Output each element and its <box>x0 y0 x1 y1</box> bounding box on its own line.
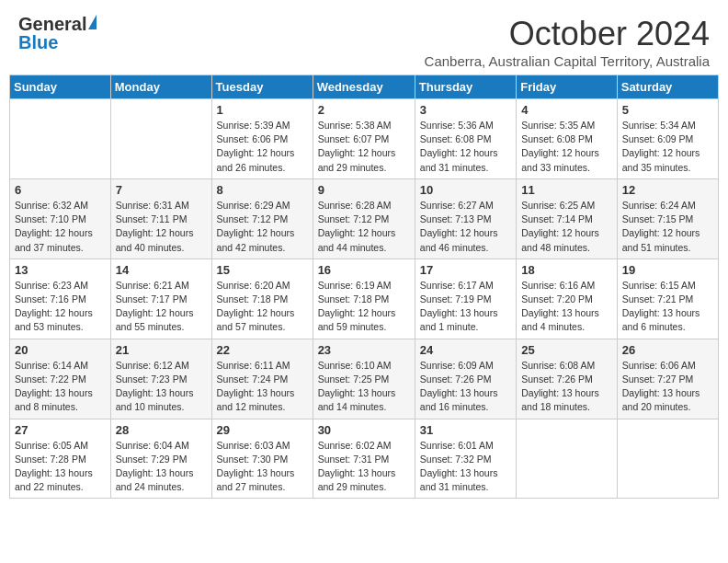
day-sun-info: Sunrise: 5:38 AM Sunset: 6:07 PM Dayligh… <box>318 119 410 175</box>
day-number: 13 <box>15 263 106 277</box>
day-of-week-saturday: Saturday <box>617 75 718 99</box>
day-number: 5 <box>622 103 713 117</box>
calendar-cell: 2Sunrise: 5:38 AM Sunset: 6:07 PM Daylig… <box>313 99 415 179</box>
calendar-week-row: 20Sunrise: 6:14 AM Sunset: 7:22 PM Dayli… <box>10 339 719 419</box>
calendar-cell: 4Sunrise: 5:35 AM Sunset: 6:08 PM Daylig… <box>517 99 618 179</box>
day-sun-info: Sunrise: 6:10 AM Sunset: 7:25 PM Dayligh… <box>318 359 410 415</box>
day-sun-info: Sunrise: 6:21 AM Sunset: 7:17 PM Dayligh… <box>116 279 207 335</box>
calendar-cell: 31Sunrise: 6:01 AM Sunset: 7:32 PM Dayli… <box>415 419 516 499</box>
day-number: 8 <box>217 183 308 197</box>
calendar-cell: 13Sunrise: 6:23 AM Sunset: 7:16 PM Dayli… <box>10 259 111 339</box>
calendar-cell <box>110 99 211 179</box>
calendar-cell: 27Sunrise: 6:05 AM Sunset: 7:28 PM Dayli… <box>10 419 111 499</box>
day-sun-info: Sunrise: 6:24 AM Sunset: 7:15 PM Dayligh… <box>622 199 713 255</box>
day-number: 30 <box>318 423 410 437</box>
day-sun-info: Sunrise: 5:34 AM Sunset: 6:09 PM Dayligh… <box>622 119 713 175</box>
day-sun-info: Sunrise: 6:29 AM Sunset: 7:12 PM Dayligh… <box>217 199 308 255</box>
day-number: 28 <box>116 423 207 437</box>
logo-blue-text: Blue <box>18 32 58 52</box>
calendar-cell: 15Sunrise: 6:20 AM Sunset: 7:18 PM Dayli… <box>211 259 313 339</box>
day-sun-info: Sunrise: 6:28 AM Sunset: 7:12 PM Dayligh… <box>318 199 410 255</box>
day-sun-info: Sunrise: 6:03 AM Sunset: 7:30 PM Dayligh… <box>217 439 308 495</box>
calendar-cell <box>517 419 618 499</box>
day-sun-info: Sunrise: 6:25 AM Sunset: 7:14 PM Dayligh… <box>521 199 612 255</box>
day-number: 24 <box>420 343 511 357</box>
calendar-cell: 24Sunrise: 6:09 AM Sunset: 7:26 PM Dayli… <box>415 339 516 419</box>
calendar-cell: 22Sunrise: 6:11 AM Sunset: 7:24 PM Dayli… <box>211 339 313 419</box>
day-of-week-sunday: Sunday <box>10 75 111 99</box>
day-number: 26 <box>622 343 713 357</box>
day-sun-info: Sunrise: 6:02 AM Sunset: 7:31 PM Dayligh… <box>318 439 410 495</box>
location-subtitle: Canberra, Australian Capital Territory, … <box>425 53 710 69</box>
calendar-cell: 29Sunrise: 6:03 AM Sunset: 7:30 PM Dayli… <box>211 419 313 499</box>
calendar-cell: 20Sunrise: 6:14 AM Sunset: 7:22 PM Dayli… <box>10 339 111 419</box>
calendar-cell: 28Sunrise: 6:04 AM Sunset: 7:29 PM Dayli… <box>110 419 211 499</box>
day-number: 1 <box>217 103 308 117</box>
day-number: 25 <box>521 343 612 357</box>
day-sun-info: Sunrise: 6:14 AM Sunset: 7:22 PM Dayligh… <box>15 359 106 415</box>
logo: General Blue <box>18 15 97 52</box>
day-number: 15 <box>217 263 308 277</box>
calendar-cell: 19Sunrise: 6:15 AM Sunset: 7:21 PM Dayli… <box>617 259 718 339</box>
calendar-cell: 1Sunrise: 5:39 AM Sunset: 6:06 PM Daylig… <box>211 99 313 179</box>
day-sun-info: Sunrise: 6:23 AM Sunset: 7:16 PM Dayligh… <box>15 279 106 335</box>
day-number: 9 <box>318 183 410 197</box>
day-sun-info: Sunrise: 5:35 AM Sunset: 6:08 PM Dayligh… <box>521 119 612 175</box>
calendar-cell: 3Sunrise: 5:36 AM Sunset: 6:08 PM Daylig… <box>415 99 516 179</box>
calendar-week-row: 6Sunrise: 6:32 AM Sunset: 7:10 PM Daylig… <box>10 178 719 259</box>
day-number: 2 <box>318 103 410 117</box>
calendar-cell: 26Sunrise: 6:06 AM Sunset: 7:27 PM Dayli… <box>617 339 718 419</box>
calendar-week-row: 27Sunrise: 6:05 AM Sunset: 7:28 PM Dayli… <box>10 419 719 499</box>
day-of-week-wednesday: Wednesday <box>313 75 415 99</box>
calendar-header-row: SundayMondayTuesdayWednesdayThursdayFrid… <box>10 75 719 99</box>
calendar-cell: 9Sunrise: 6:28 AM Sunset: 7:12 PM Daylig… <box>313 178 415 259</box>
day-sun-info: Sunrise: 5:36 AM Sunset: 6:08 PM Dayligh… <box>420 119 511 175</box>
page-header: General Blue October 2024 Canberra, Aust… <box>9 9 719 69</box>
day-sun-info: Sunrise: 6:06 AM Sunset: 7:27 PM Dayligh… <box>622 359 713 415</box>
day-number: 20 <box>15 343 106 357</box>
day-sun-info: Sunrise: 6:12 AM Sunset: 7:23 PM Dayligh… <box>116 359 207 415</box>
calendar-cell: 30Sunrise: 6:02 AM Sunset: 7:31 PM Dayli… <box>313 419 415 499</box>
day-of-week-thursday: Thursday <box>415 75 516 99</box>
calendar-cell: 12Sunrise: 6:24 AM Sunset: 7:15 PM Dayli… <box>617 178 718 259</box>
day-number: 31 <box>420 423 511 437</box>
day-number: 22 <box>217 343 308 357</box>
day-number: 12 <box>622 183 713 197</box>
calendar-cell: 6Sunrise: 6:32 AM Sunset: 7:10 PM Daylig… <box>10 178 111 259</box>
day-number: 19 <box>622 263 713 277</box>
day-sun-info: Sunrise: 6:08 AM Sunset: 7:26 PM Dayligh… <box>521 359 612 415</box>
day-sun-info: Sunrise: 6:04 AM Sunset: 7:29 PM Dayligh… <box>116 439 207 495</box>
calendar-cell: 17Sunrise: 6:17 AM Sunset: 7:19 PM Dayli… <box>415 259 516 339</box>
day-number: 18 <box>521 263 612 277</box>
calendar-cell <box>10 99 111 179</box>
calendar-cell: 7Sunrise: 6:31 AM Sunset: 7:11 PM Daylig… <box>110 178 211 259</box>
logo-triangle-icon <box>88 15 97 29</box>
calendar-cell: 14Sunrise: 6:21 AM Sunset: 7:17 PM Dayli… <box>110 259 211 339</box>
day-sun-info: Sunrise: 6:19 AM Sunset: 7:18 PM Dayligh… <box>318 279 410 335</box>
calendar-cell: 11Sunrise: 6:25 AM Sunset: 7:14 PM Dayli… <box>517 178 618 259</box>
day-sun-info: Sunrise: 6:31 AM Sunset: 7:11 PM Dayligh… <box>116 199 207 255</box>
day-number: 14 <box>116 263 207 277</box>
day-number: 16 <box>318 263 410 277</box>
month-year-title: October 2024 <box>425 15 710 53</box>
day-sun-info: Sunrise: 6:09 AM Sunset: 7:26 PM Dayligh… <box>420 359 511 415</box>
calendar-cell: 23Sunrise: 6:10 AM Sunset: 7:25 PM Dayli… <box>313 339 415 419</box>
day-sun-info: Sunrise: 6:27 AM Sunset: 7:13 PM Dayligh… <box>420 199 511 255</box>
calendar-cell <box>617 419 718 499</box>
day-sun-info: Sunrise: 6:16 AM Sunset: 7:20 PM Dayligh… <box>521 279 612 335</box>
title-block: October 2024 Canberra, Australian Capita… <box>425 15 710 69</box>
calendar-cell: 10Sunrise: 6:27 AM Sunset: 7:13 PM Dayli… <box>415 178 516 259</box>
day-number: 17 <box>420 263 511 277</box>
calendar-cell: 8Sunrise: 6:29 AM Sunset: 7:12 PM Daylig… <box>211 178 313 259</box>
calendar-table: SundayMondayTuesdayWednesdayThursdayFrid… <box>9 75 719 499</box>
day-sun-info: Sunrise: 6:20 AM Sunset: 7:18 PM Dayligh… <box>217 279 308 335</box>
day-number: 7 <box>116 183 207 197</box>
logo-general-text: General <box>18 15 86 33</box>
day-of-week-friday: Friday <box>517 75 618 99</box>
calendar-cell: 25Sunrise: 6:08 AM Sunset: 7:26 PM Dayli… <box>517 339 618 419</box>
day-sun-info: Sunrise: 6:15 AM Sunset: 7:21 PM Dayligh… <box>622 279 713 335</box>
day-sun-info: Sunrise: 6:05 AM Sunset: 7:28 PM Dayligh… <box>15 439 106 495</box>
calendar-cell: 5Sunrise: 5:34 AM Sunset: 6:09 PM Daylig… <box>617 99 718 179</box>
calendar-cell: 21Sunrise: 6:12 AM Sunset: 7:23 PM Dayli… <box>110 339 211 419</box>
day-number: 27 <box>15 423 106 437</box>
